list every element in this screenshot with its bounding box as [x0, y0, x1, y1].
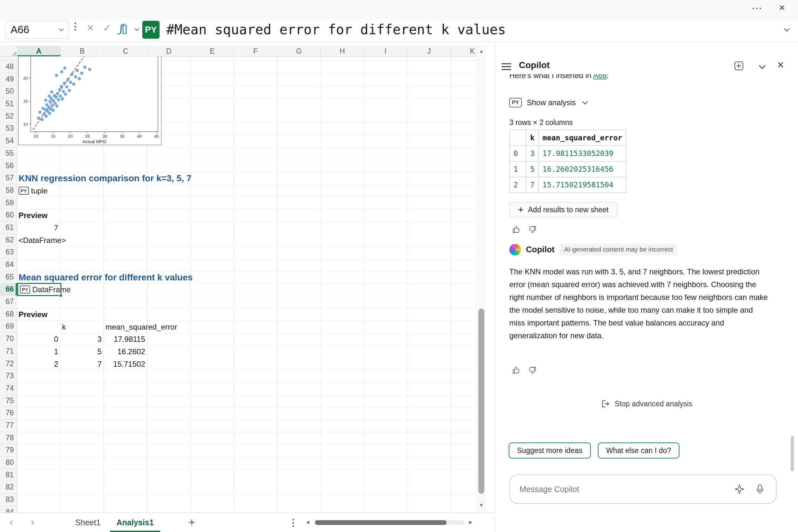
column-header-f[interactable]: F: [234, 46, 278, 57]
preview-cell[interactable]: 16.2602: [104, 345, 145, 358]
sheet-grid[interactable]: 1015202530354045101520Actual MPG KNN reg…: [17, 57, 476, 513]
cell-heading-knn[interactable]: KNN regression comparison for k=3, 5, 7: [19, 172, 191, 185]
column-header-c[interactable]: C: [104, 46, 147, 57]
preview-cell[interactable]: 1: [17, 345, 58, 358]
preview-cell[interactable]: 3: [61, 333, 102, 345]
column-header-j[interactable]: J: [407, 46, 451, 57]
row-header-49[interactable]: 49: [0, 73, 17, 86]
row-header-57[interactable]: 57: [0, 172, 17, 185]
row-header-64[interactable]: 64: [0, 259, 17, 271]
cancel-icon[interactable]: ×: [87, 21, 94, 35]
grid-hscroll-thumb[interactable]: [315, 520, 446, 525]
name-box-chevron-icon[interactable]: [58, 26, 65, 33]
cell-reference-link[interactable]: A66: [593, 74, 607, 80]
column-header-e[interactable]: E: [191, 46, 234, 57]
message-input-container[interactable]: [509, 474, 777, 504]
column-header-a[interactable]: A: [17, 46, 61, 57]
row-header-66[interactable]: 66: [0, 283, 17, 296]
formula-bar-expand-icon[interactable]: [783, 25, 791, 34]
row-header-partial[interactable]: [0, 57, 17, 61]
grid-vscroll-thumb[interactable]: [478, 308, 484, 494]
row-header-72[interactable]: 72: [0, 358, 17, 370]
window-more-icon[interactable]: ···: [751, 1, 762, 14]
row-header-69[interactable]: 69: [0, 320, 17, 333]
row-header-52[interactable]: 52: [0, 110, 17, 123]
formula-input[interactable]: #Mean squared error for different k valu…: [166, 21, 506, 39]
window-close-icon[interactable]: ×: [779, 1, 785, 14]
scroll-up-icon[interactable]: ▲: [477, 48, 486, 54]
embedded-chart[interactable]: 1015202530354045101520Actual MPG: [18, 57, 162, 145]
row-header-77[interactable]: 77: [0, 419, 17, 432]
row-header-51[interactable]: 51: [0, 98, 17, 110]
fill-handle[interactable]: [59, 294, 63, 297]
row-header-50[interactable]: 50: [0, 86, 17, 98]
cell-heading-mse[interactable]: Mean squared error for different k value…: [19, 271, 193, 284]
message-input[interactable]: [519, 476, 724, 502]
add-sheet-button[interactable]: +: [182, 513, 202, 532]
row-header-78[interactable]: 78: [0, 432, 17, 444]
thumbs-down-icon[interactable]: [527, 225, 537, 235]
copilot-menu-icon[interactable]: [501, 61, 511, 72]
row-header-65[interactable]: 65: [0, 271, 17, 284]
row-header-67[interactable]: 67: [0, 296, 17, 308]
cell-preview-label-2[interactable]: Preview: [19, 308, 48, 321]
row-header-74[interactable]: 74: [0, 382, 17, 395]
cell-preview-label-1[interactable]: Preview: [19, 209, 48, 222]
preview-cell[interactable]: 15.71502: [104, 358, 145, 370]
column-header-i[interactable]: I: [364, 46, 407, 57]
copilot-close-icon[interactable]: ×: [777, 58, 784, 72]
row-header-81[interactable]: 81: [0, 469, 17, 481]
row-header-70[interactable]: 70: [0, 333, 17, 345]
row-header-63[interactable]: 63: [0, 246, 17, 259]
thumbs-up-icon[interactable]: [511, 365, 521, 375]
row-header-82[interactable]: 82: [0, 481, 17, 494]
row-header-56[interactable]: 56: [0, 160, 17, 172]
hscroll-right-icon[interactable]: ►: [468, 519, 474, 526]
row-header-48[interactable]: 48: [0, 61, 17, 73]
sparkle-icon[interactable]: [734, 483, 745, 495]
row-header-83[interactable]: 83: [0, 494, 17, 506]
new-chat-icon[interactable]: [733, 60, 745, 72]
thumbs-up-icon[interactable]: [511, 225, 521, 235]
panel-scrollbar-thumb[interactable]: [791, 436, 794, 471]
stop-advanced-analysis-button[interactable]: Stop advanced analysis: [495, 399, 798, 410]
row-header-60[interactable]: 60: [0, 209, 17, 222]
enter-check-icon[interactable]: ✓: [103, 22, 112, 34]
selected-cell-a66[interactable]: PY DataFrame: [17, 283, 61, 296]
name-box[interactable]: A66: [5, 21, 69, 39]
cell-a58-python-object[interactable]: PY tuple: [19, 185, 48, 197]
preview-cell[interactable]: 2: [17, 358, 58, 370]
select-all-corner[interactable]: [0, 46, 17, 57]
preview-col-mse-header[interactable]: mean_squared_error: [106, 321, 177, 333]
python-formula-chevron-icon[interactable]: [134, 26, 140, 33]
row-header-71[interactable]: 71: [0, 345, 17, 358]
preview-cell[interactable]: 7: [61, 358, 102, 370]
tab-nav-left-icon[interactable]: ‹: [10, 515, 13, 528]
cell-a61-value[interactable]: 7: [17, 222, 58, 234]
row-header-73[interactable]: 73: [0, 370, 17, 382]
row-header-68[interactable]: 68: [0, 308, 17, 321]
row-header-62[interactable]: 62: [0, 234, 17, 247]
column-header-b[interactable]: B: [61, 46, 104, 57]
row-header-80[interactable]: 80: [0, 457, 17, 469]
thumbs-down-icon[interactable]: [527, 365, 537, 375]
row-header-58[interactable]: 58: [0, 185, 17, 197]
grid-horizontal-scrollbar[interactable]: [315, 520, 464, 525]
mic-icon[interactable]: [754, 483, 766, 495]
preview-col-k-header[interactable]: k: [62, 321, 66, 333]
tab-nav-right-icon[interactable]: ›: [31, 515, 34, 528]
scroll-down-icon[interactable]: ▼: [477, 502, 486, 508]
hscroll-left-icon[interactable]: ◄: [305, 519, 310, 526]
sheet-tab-analysis1[interactable]: Analysis1: [106, 513, 165, 532]
row-header-53[interactable]: 53: [0, 122, 17, 135]
tab-bar-kebab-icon[interactable]: [292, 517, 294, 529]
grid-vertical-scrollbar[interactable]: ▲ ▼: [476, 46, 486, 513]
collapse-chevron-icon[interactable]: [757, 62, 767, 72]
column-header-g[interactable]: G: [278, 46, 321, 57]
show-analysis-toggle[interactable]: PY Show analysis: [509, 98, 589, 108]
column-header-h[interactable]: H: [321, 46, 364, 57]
preview-cell[interactable]: 17.98115: [104, 333, 145, 345]
row-header-79[interactable]: 79: [0, 444, 17, 457]
preview-cell[interactable]: 0: [17, 333, 58, 345]
cell-a62-dataframe[interactable]: <DataFrame>: [19, 234, 66, 247]
